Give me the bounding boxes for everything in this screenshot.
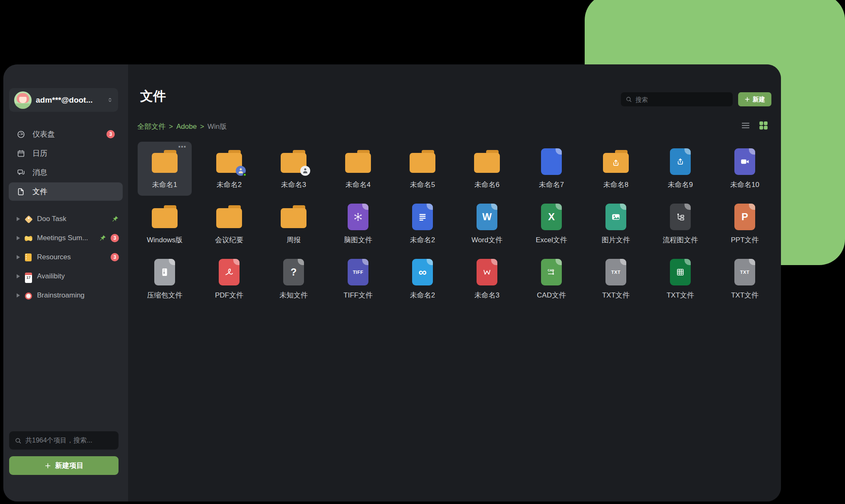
file-item[interactable]: 流程图文件 <box>653 197 707 251</box>
file-label: 未命名2 <box>410 290 435 300</box>
folder-icon <box>589 142 643 180</box>
file-icon: P <box>718 197 772 235</box>
nav-label: 仪表盘 <box>32 129 55 139</box>
folder-item[interactable]: 周报 <box>267 197 321 251</box>
project-label: Meetings Sum... <box>37 234 88 242</box>
file-item[interactable]: ?未知文件 <box>267 252 321 306</box>
file-label: 未命名8 <box>603 180 628 189</box>
file-label: TIFF文件 <box>343 290 373 300</box>
folder-icon <box>202 197 256 235</box>
folder-icon <box>267 142 321 180</box>
file-item[interactable]: 图片文件 <box>589 197 643 251</box>
file-item[interactable]: TXTTXT文件 <box>718 252 772 306</box>
sidebar-project-doo-task[interactable]: Doo Task <box>3 210 128 228</box>
file-item[interactable]: TIFFTIFF文件 <box>331 252 385 306</box>
expand-caret-icon[interactable] <box>17 293 20 297</box>
app-window: adm***@doot... 仪表盘3日历消息文件 Doo TaskMeetin… <box>3 64 781 502</box>
project-search-box[interactable] <box>9 431 119 450</box>
expand-caret-icon[interactable] <box>17 274 20 278</box>
handshake-icon <box>24 234 33 243</box>
page-title: 文件 <box>140 88 166 105</box>
new-project-label: 新建项目 <box>55 461 84 470</box>
file-icon: TXT <box>718 252 772 290</box>
dashboard-icon <box>17 130 25 139</box>
file-icon <box>653 197 707 235</box>
tag-icon <box>24 215 33 224</box>
plus-icon <box>744 96 750 102</box>
file-item[interactable]: TXTTXT文件 <box>589 252 643 306</box>
file-icon: W <box>460 197 514 235</box>
sidebar-project-availibity[interactable]: Availibity <box>3 268 128 285</box>
new-file-button[interactable]: 新建 <box>738 92 771 106</box>
file-label: 压缩包文件 <box>147 290 183 300</box>
file-label: 未命名3 <box>281 180 306 189</box>
file-icon <box>589 197 643 235</box>
file-item[interactable]: WWord文件 <box>460 197 514 251</box>
expand-chevrons-icon[interactable] <box>107 97 113 103</box>
file-item[interactable]: 未命名2 <box>395 197 450 251</box>
folder-icon <box>331 142 385 180</box>
file-label: CAD文件 <box>537 290 566 300</box>
sidebar-project-resources[interactable]: Resources3 <box>3 248 128 266</box>
file-label: 未命名3 <box>474 290 499 300</box>
sidebar-item-files[interactable]: 文件 <box>9 182 123 201</box>
unread-badge: 3 <box>106 130 115 138</box>
file-label: 未命名2 <box>217 180 242 189</box>
sidebar-project-brainstroaming[interactable]: Brainstroaming <box>3 287 128 304</box>
file-icon <box>138 252 192 290</box>
file-label: PDF文件 <box>215 290 243 300</box>
file-item[interactable]: 压缩包文件 <box>138 252 192 306</box>
project-search-input[interactable] <box>25 437 113 444</box>
folder-item[interactable]: 未命名4 <box>331 142 385 196</box>
list-view-icon[interactable] <box>741 121 751 130</box>
breadcrumb-item[interactable]: 全部文件 <box>137 122 166 131</box>
file-item[interactable]: 脑图文件 <box>331 197 385 251</box>
file-item[interactable]: 未命名10 <box>718 142 772 196</box>
folder-item[interactable]: 未命名5 <box>395 142 450 196</box>
file-item[interactable]: PDF文件 <box>202 252 256 306</box>
sidebar-item-messages[interactable]: 消息 <box>9 163 123 182</box>
user-account-card[interactable]: adm***@doot... <box>9 88 118 112</box>
sidebar-project-meetings-sum[interactable]: Meetings Sum...3 <box>3 229 128 247</box>
new-project-button[interactable]: 新建项目 <box>9 456 119 475</box>
file-label: TXT文件 <box>667 290 694 300</box>
sidebar-item-calendar[interactable]: 日历 <box>9 144 123 162</box>
file-item[interactable]: 未命名3 <box>460 252 514 306</box>
grid-view-icon[interactable] <box>758 120 769 131</box>
file-item[interactable]: 未命名7 <box>524 142 578 196</box>
breadcrumb-item: Win版 <box>208 122 227 131</box>
file-icon: TIFF <box>331 252 385 290</box>
file-search-input[interactable] <box>635 96 728 103</box>
file-item[interactable]: 未命名9 <box>653 142 707 196</box>
file-icon <box>395 197 450 235</box>
sidebar-item-dashboard[interactable]: 仪表盘3 <box>9 125 123 143</box>
file-item[interactable]: TXT文件 <box>653 252 707 306</box>
breadcrumb-separator: > <box>200 123 204 131</box>
file-item[interactable]: ∞未命名2 <box>395 252 450 306</box>
folder-item[interactable]: Windows版 <box>138 197 192 251</box>
file-label: 未命名2 <box>410 235 435 245</box>
folder-item[interactable]: ⋯未命名1 <box>138 142 192 196</box>
folder-item[interactable]: 未命名6 <box>460 142 514 196</box>
breadcrumb-item[interactable]: Adobe <box>176 123 197 131</box>
notebook-icon <box>24 253 33 262</box>
folder-item[interactable]: 未命名3 <box>267 142 321 196</box>
expand-caret-icon[interactable] <box>17 217 20 221</box>
file-search-box[interactable] <box>621 92 733 106</box>
file-item[interactable]: XExcel文件 <box>524 197 578 251</box>
file-icon <box>653 252 707 290</box>
expand-caret-icon[interactable] <box>17 236 20 240</box>
file-icon: TXT <box>589 252 643 290</box>
file-label: TXT文件 <box>731 290 759 300</box>
folder-item[interactable]: 未命名2 <box>202 142 256 196</box>
folder-item[interactable]: 会议纪要 <box>202 197 256 251</box>
folder-item[interactable]: 未命名8 <box>589 142 643 196</box>
folder-icon <box>395 142 450 180</box>
expand-caret-icon[interactable] <box>17 255 20 259</box>
more-icon[interactable]: ⋯ <box>178 142 188 152</box>
project-label: Brainstroaming <box>37 291 84 300</box>
file-item[interactable]: PPPT文件 <box>718 197 772 251</box>
unread-badge: 3 <box>111 253 119 261</box>
file-icon: ∞ <box>395 252 450 290</box>
file-item[interactable]: CADCAD文件 <box>524 252 578 306</box>
